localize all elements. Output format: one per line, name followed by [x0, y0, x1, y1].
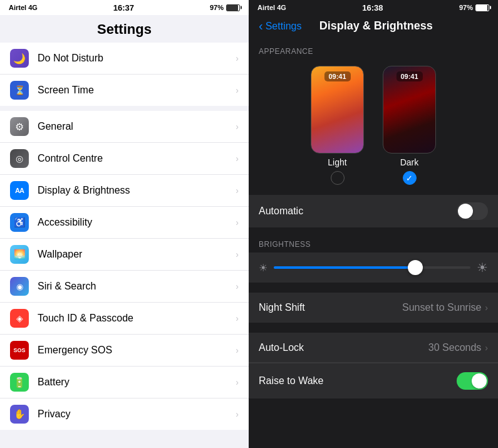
right-panel: Airtel 4G 16:38 97% ‹ Settings Display &… — [249, 0, 498, 448]
accessibility-label: Accessibility — [38, 217, 233, 228]
display-brightness-chevron: › — [236, 185, 239, 195]
night-shift-chevron: › — [485, 303, 488, 313]
do-not-disturb-label: Do Not Disturb — [38, 53, 233, 64]
touch-id-chevron: › — [236, 313, 239, 323]
touch-id-icon: ◈ — [10, 309, 29, 328]
settings-row-night-shift[interactable]: Night Shift Sunset to Sunrise › — [249, 293, 498, 323]
settings-row-raise-to-wake[interactable]: Raise to Wake — [249, 363, 498, 399]
control-centre-icon: ◎ — [10, 149, 29, 168]
right-signal: Airtel 4G — [257, 4, 286, 11]
brightness-section: ☀ ☀ — [249, 253, 498, 283]
left-battery-area: 97% — [210, 4, 240, 11]
light-label: Light — [328, 157, 346, 167]
dark-radio[interactable]: ✓ — [403, 171, 417, 185]
left-battery-icon — [226, 4, 240, 11]
night-shift-label: Night Shift — [259, 302, 402, 313]
settings-row-auto-lock[interactable]: Auto-Lock 30 Seconds › — [249, 333, 498, 363]
right-time: 16:38 — [362, 3, 383, 13]
settings-row-wallpaper[interactable]: 🌅 Wallpaper › — [0, 239, 249, 271]
siri-search-label: Siri & Search — [38, 281, 233, 292]
brightness-row: ☀ ☀ — [259, 260, 488, 275]
left-time: 16:37 — [113, 3, 134, 13]
light-time-badge: 09:41 — [324, 71, 350, 81]
right-content: APPEARANCE 09:41 Light 09:41 Dark ✓ — [249, 39, 498, 448]
automatic-toggle[interactable] — [457, 202, 488, 220]
lock-group: Auto-Lock 30 Seconds › Raise to Wake — [249, 333, 498, 399]
battery-icon: 🔋 — [10, 373, 29, 392]
settings-row-touch-id[interactable]: ◈ Touch ID & Passcode › — [0, 303, 249, 335]
appearance-option-light[interactable]: 09:41 Light — [311, 66, 364, 185]
brightness-section-label: BRIGHTNESS — [249, 232, 498, 253]
brightness-low-icon: ☀ — [259, 262, 267, 274]
privacy-icon: ✋ — [10, 405, 29, 424]
wallpaper-icon: 🌅 — [10, 245, 29, 264]
back-chevron-icon: ‹ — [259, 19, 263, 33]
touch-id-label: Touch ID & Passcode — [38, 313, 233, 324]
check-mark-icon: ✓ — [406, 174, 413, 183]
screen-time-chevron: › — [236, 85, 239, 95]
display-brightness-label: Display & Brightness — [38, 185, 233, 196]
right-status-bar: Airtel 4G 16:38 97% — [249, 0, 498, 15]
settings-group-top: 🌙 Do Not Disturb › ⏳ Screen Time › — [0, 43, 249, 106]
do-not-disturb-chevron: › — [236, 53, 239, 63]
left-page-title: Settings — [0, 15, 249, 43]
auto-lock-value: 30 Seconds — [428, 342, 482, 353]
privacy-chevron: › — [236, 409, 239, 419]
settings-row-general[interactable]: ⚙ General › — [0, 111, 249, 143]
settings-row-do-not-disturb[interactable]: 🌙 Do Not Disturb › — [0, 43, 249, 75]
brightness-slider[interactable] — [274, 266, 470, 269]
dark-label: Dark — [400, 157, 419, 167]
battery-label: Battery — [38, 377, 233, 388]
left-status-bar: Airtel 4G 16:37 97% — [0, 0, 249, 15]
screen-time-icon: ⏳ — [10, 81, 29, 100]
separator-1 — [249, 227, 498, 232]
control-centre-chevron: › — [236, 154, 239, 164]
accessibility-chevron: › — [236, 217, 239, 227]
left-battery-pct: 97% — [210, 4, 224, 11]
wallpaper-chevron: › — [236, 249, 239, 259]
right-battery-icon — [475, 4, 489, 11]
settings-row-screen-time[interactable]: ⏳ Screen Time › — [0, 75, 249, 106]
settings-row-siri-search[interactable]: ◉ Siri & Search › — [0, 271, 249, 303]
settings-row-privacy[interactable]: ✋ Privacy › — [0, 399, 249, 430]
automatic-row: Automatic — [249, 195, 498, 227]
right-battery-area: 97% — [459, 4, 489, 11]
right-battery-fill — [476, 5, 487, 11]
settings-row-emergency-sos[interactable]: SOS Emergency SOS › — [0, 335, 249, 367]
emergency-sos-chevron: › — [236, 345, 239, 355]
control-centre-label: Control Centre — [38, 153, 233, 164]
settings-row-battery[interactable]: 🔋 Battery › — [0, 367, 249, 399]
appearance-options-row: 09:41 Light 09:41 Dark ✓ — [249, 60, 498, 195]
brightness-high-icon: ☀ — [477, 260, 488, 275]
left-battery-fill — [227, 5, 238, 11]
settings-row-control-centre[interactable]: ◎ Control Centre › — [0, 143, 249, 175]
automatic-label: Automatic — [259, 206, 457, 217]
auto-lock-chevron: › — [485, 343, 488, 353]
separator-2 — [249, 283, 498, 288]
settings-row-accessibility[interactable]: ♿ Accessibility › — [0, 207, 249, 239]
left-panel: Airtel 4G 16:37 97% Settings 🌙 Do Not Di… — [0, 0, 249, 448]
general-icon: ⚙ — [10, 117, 29, 136]
privacy-label: Privacy — [38, 409, 233, 420]
raise-to-wake-toggle[interactable] — [457, 372, 488, 390]
right-battery-pct: 97% — [459, 4, 473, 11]
raise-to-wake-label: Raise to Wake — [259, 375, 457, 387]
appearance-option-dark[interactable]: 09:41 Dark ✓ — [383, 66, 436, 185]
settings-row-display-brightness[interactable]: AA Display & Brightness › — [0, 175, 249, 207]
emergency-sos-icon: SOS — [10, 341, 29, 360]
light-preview: 09:41 — [311, 66, 364, 154]
appearance-section-label: APPEARANCE — [249, 39, 498, 60]
display-brightness-icon: AA — [10, 181, 29, 200]
settings-group-mid: ⚙ General › ◎ Control Centre › AA Displa… — [0, 111, 249, 430]
back-button[interactable]: ‹ Settings — [259, 19, 301, 33]
settings-list: 🌙 Do Not Disturb › ⏳ Screen Time › ⚙ Gen… — [0, 43, 249, 448]
siri-search-chevron: › — [236, 281, 239, 291]
right-nav-title: Display & Brightness — [301, 19, 450, 33]
general-chevron: › — [236, 122, 239, 132]
light-radio[interactable] — [331, 171, 345, 185]
auto-lock-label: Auto-Lock — [259, 342, 428, 353]
do-not-disturb-icon: 🌙 — [10, 49, 29, 68]
emergency-sos-label: Emergency SOS — [38, 345, 233, 356]
raise-to-wake-thumb — [472, 373, 487, 388]
general-label: General — [38, 121, 233, 132]
